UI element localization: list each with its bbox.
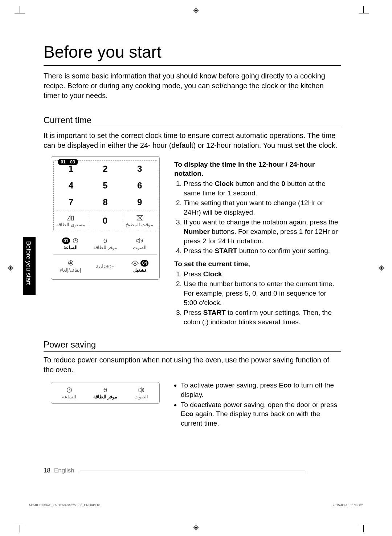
power-level-icon	[67, 215, 75, 221]
eco-label: موفر للطاقة	[93, 245, 118, 250]
keypad-3: 3	[122, 161, 157, 177]
start-label: تشغيل	[133, 267, 146, 273]
print-footer-left: MG40J5133AT_ZA DE68-04325J-00_EN.indd 18	[29, 503, 100, 507]
registration-mark-icon	[378, 265, 385, 271]
list-item: Use the number buttons to enter the curr…	[184, 279, 341, 307]
list-item: To activate power saving, press Eco to t…	[181, 381, 341, 399]
keypad-5: 5	[88, 177, 123, 194]
keypad-8: 8	[88, 194, 123, 211]
keypad-2: 2	[88, 161, 123, 177]
registration-mark-icon	[193, 524, 199, 531]
crop-mark	[359, 13, 369, 13]
clock-icon	[72, 237, 79, 244]
callout-badges: 01 03	[58, 159, 78, 165]
eco-label: موفر للطاقة	[93, 394, 118, 399]
callout-badge: 01	[62, 237, 70, 244]
stop-icon	[67, 260, 75, 267]
list-item: If you want to change the notation again…	[184, 218, 341, 245]
print-footer-right: 2015-03-10 11:49:02	[332, 503, 363, 507]
sound-icon	[137, 387, 145, 393]
start-icon	[131, 260, 139, 267]
settime-steps: Press Clock. Use the number buttons to e…	[174, 269, 341, 327]
notation-steps: Press the Clock button and the 0 button …	[174, 179, 341, 256]
intro-paragraph: There is some basic information that you…	[44, 71, 341, 101]
power-saving-heading: Power saving	[44, 340, 341, 352]
crop-mark	[15, 13, 25, 13]
crop-mark	[15, 525, 25, 525]
kitchen-timer-label: مؤقت المطبخ	[126, 222, 154, 227]
clock-label: الساعة	[64, 245, 78, 250]
kitchen-timer-icon	[136, 215, 144, 221]
notation-heading: To display the time in the 12-hour / 24-…	[174, 160, 341, 178]
keypad-area: 1 2 3 4 5 6 7 8 9 مستوى الطاقة	[53, 160, 157, 231]
keypad-6: 6	[122, 177, 157, 194]
callout-badge: 03	[69, 159, 77, 165]
settime-heading: To set the current time,	[174, 259, 341, 269]
keypad-4: 4	[54, 177, 88, 194]
plus-30s-label: +30ثانية	[96, 263, 114, 270]
keypad-7: 7	[54, 194, 88, 211]
sound-icon	[136, 237, 144, 244]
page-footer: 18 English	[44, 467, 305, 474]
list-item: Press the Clock button and the 0 button …	[184, 179, 341, 198]
callout-badge: 01	[59, 159, 67, 165]
clock-label: الساعة	[62, 394, 76, 399]
control-panel-illustration: 01 03 1 2 3 4 5 6 7 8 9	[51, 156, 160, 280]
section-tab-label: Before you start	[25, 241, 32, 285]
eco-icon	[101, 387, 109, 393]
svg-rect-16	[72, 216, 74, 220]
page-language: English	[54, 467, 74, 474]
stop-label: إيقاف/إلغاء	[60, 267, 82, 273]
title-rule	[44, 65, 341, 66]
registration-mark-icon	[193, 7, 199, 14]
keypad-9: 9	[122, 194, 157, 211]
list-item: Press START to confirm your settings. Th…	[184, 308, 341, 326]
current-time-heading: Current time	[44, 115, 341, 127]
sound-label: الصوت	[134, 394, 148, 399]
callout-badge: 04	[140, 260, 148, 267]
power-level-label: مستوى الطاقة	[56, 222, 85, 227]
registration-mark-icon	[7, 265, 14, 271]
page-title: Before you start	[44, 43, 341, 61]
list-item: To deactivate power saving, open the doo…	[181, 400, 341, 428]
page-content: Before you start There is some basic inf…	[44, 43, 341, 429]
svg-point-19	[135, 263, 136, 264]
page-number: 18	[44, 467, 50, 474]
power-saving-desc: To reduce power consumption when not usi…	[44, 355, 341, 375]
section-tab: Before you start	[23, 237, 36, 295]
list-item: Press Clock.	[184, 269, 341, 279]
power-saving-bullets: To activate power saving, press Eco to t…	[174, 381, 341, 428]
eco-icon	[101, 237, 109, 244]
keypad-0: 0	[103, 216, 107, 226]
current-time-desc: It is important to set the correct clock…	[44, 131, 341, 150]
clock-icon	[65, 387, 73, 393]
crop-mark	[359, 525, 369, 525]
sound-label: الصوت	[133, 245, 147, 250]
list-item: Press the START button to confirm your s…	[184, 246, 341, 256]
footer-rule	[80, 471, 305, 471]
list-item: Time setting that you want to change (12…	[184, 198, 341, 217]
eco-panel-illustration: الساعة موفر للطاقة الصوت	[51, 382, 160, 404]
